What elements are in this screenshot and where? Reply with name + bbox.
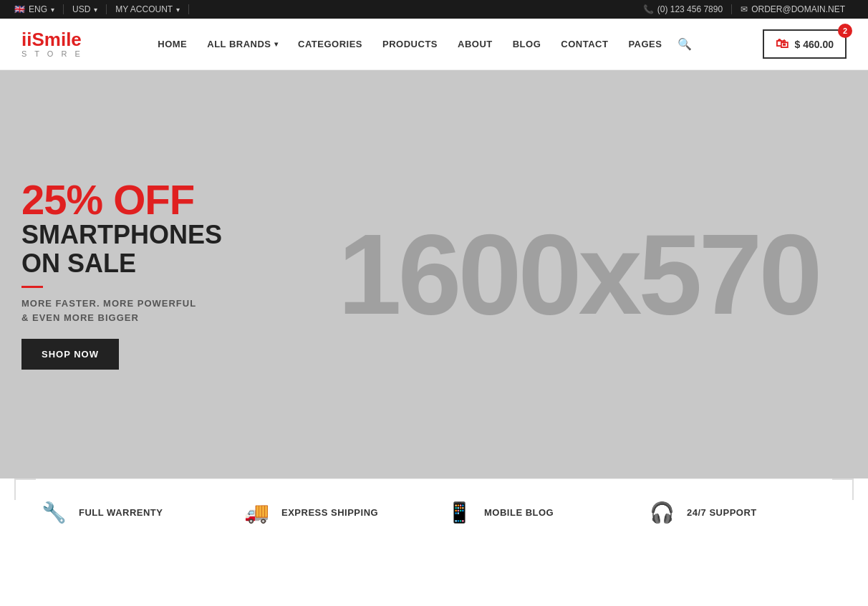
cart-button[interactable]: 🛍 $ 460.00 2 — [763, 29, 847, 59]
features-section: 🔧 FULL WARRENTY 🚚 EXPRESS SHIPPING 📱 MOB… — [0, 478, 868, 532]
phone-link[interactable]: 📞 (0) 123 456 7890 — [643, 4, 731, 14]
site-header: iiSmile S T O R E HOME ALL BRANDS ▾ CATE… — [0, 19, 868, 70]
currency-selector[interactable]: USD ▾ — [64, 4, 107, 14]
feature-shipping: 🚚 EXPRESS SHIPPING — [231, 501, 434, 524]
feature-support: 🎧 24/7 SUPPORT — [637, 501, 839, 524]
feature-warranty: 🔧 FULL WARRENTY — [29, 501, 231, 524]
feature-blog-label: MOBILE BLOG — [484, 507, 554, 518]
nav-pages[interactable]: PAGES — [618, 33, 672, 55]
nav-about[interactable]: ABOUT — [448, 33, 503, 55]
nav-categories[interactable]: CATEGORIES — [288, 33, 372, 55]
logo-sub: S T O R E — [21, 49, 83, 58]
bracket-top-right — [832, 478, 854, 500]
top-bar-right: 📞 (0) 123 456 7890 ✉ ORDER@DOMAIN.NET — [643, 4, 854, 14]
feature-warranty-label: FULL WARRENTY — [79, 507, 163, 518]
hero-title-line1: SMARTPHONES — [21, 221, 222, 249]
hero-discount-text: 25% OFF — [21, 179, 222, 221]
top-bar: 🇬🇧 ENG ▾ USD ▾ MY ACCOUNT ▾ 📞 (0) 123 45… — [0, 0, 868, 19]
mobile-blog-icon: 📱 — [445, 501, 473, 524]
feature-support-label: 24/7 SUPPORT — [687, 507, 757, 518]
hero-title: SMARTPHONES ON SALE — [21, 221, 222, 277]
feature-blog: 📱 MOBILE BLOG — [434, 501, 637, 524]
hero-title-line2: ON SALE — [21, 249, 222, 278]
nav-home[interactable]: HOME — [148, 33, 197, 55]
feature-shipping-label: EXPRESS SHIPPING — [281, 507, 378, 518]
cart-icon: 🛍 — [776, 37, 789, 52]
email-address: ORDER@DOMAIN.NET — [751, 4, 845, 14]
nav-contact[interactable]: CONTACT — [551, 33, 618, 55]
cart-price: $ 460.00 — [794, 39, 834, 50]
bracket-top-left — [14, 478, 36, 500]
nav-products[interactable]: PRODUCTS — [372, 33, 448, 55]
site-logo[interactable]: iiSmile S T O R E — [21, 30, 83, 58]
support-icon: 🎧 — [647, 501, 676, 524]
nav-all-brands[interactable]: ALL BRANDS ▾ — [197, 33, 288, 55]
email-link[interactable]: ✉ ORDER@DOMAIN.NET — [731, 4, 854, 14]
shipping-icon: 🚚 — [242, 501, 271, 524]
language-selector[interactable]: 🇬🇧 ENG ▾ — [14, 4, 64, 14]
hero-subtitle: MORE FASTER. MORE POWERFUL& EVEN MORE BI… — [21, 297, 222, 324]
email-icon: ✉ — [741, 4, 748, 14]
account-menu[interactable]: MY ACCOUNT ▾ — [107, 4, 189, 14]
logo-brand: iiSmile — [21, 30, 83, 49]
phone-number: (0) 123 456 7890 — [657, 4, 723, 14]
currency-label: USD — [72, 4, 90, 14]
chevron-down-icon: ▾ — [94, 6, 97, 14]
flag-icon: 🇬🇧 — [14, 4, 25, 14]
hero-divider — [21, 286, 43, 288]
phone-icon: 📞 — [643, 4, 654, 14]
nav-blog[interactable]: BLOG — [503, 33, 551, 55]
language-label: ENG — [29, 4, 47, 14]
top-bar-left: 🇬🇧 ENG ▾ USD ▾ MY ACCOUNT ▾ — [14, 4, 189, 14]
shop-now-button[interactable]: SHOP NOW — [21, 339, 119, 370]
hero-content: 25% OFF SMARTPHONES ON SALE MORE FASTER.… — [0, 179, 222, 370]
warranty-icon: 🔧 — [39, 501, 68, 524]
hero-dimension-placeholder: 1600x570 — [338, 217, 819, 332]
chevron-down-icon: ▾ — [51, 6, 54, 14]
features-bar: 🔧 FULL WARRENTY 🚚 EXPRESS SHIPPING 📱 MOB… — [14, 478, 854, 532]
main-nav: HOME ALL BRANDS ▾ CATEGORIES PRODUCTS AB… — [148, 32, 698, 57]
search-icon[interactable]: 🔍 — [672, 32, 698, 57]
chevron-down-icon: ▾ — [274, 40, 279, 48]
cart-badge: 2 — [838, 24, 852, 38]
hero-banner: 1600x570 25% OFF SMARTPHONES ON SALE MOR… — [0, 70, 868, 478]
chevron-down-icon: ▾ — [176, 6, 180, 14]
account-label: MY ACCOUNT — [115, 4, 173, 14]
